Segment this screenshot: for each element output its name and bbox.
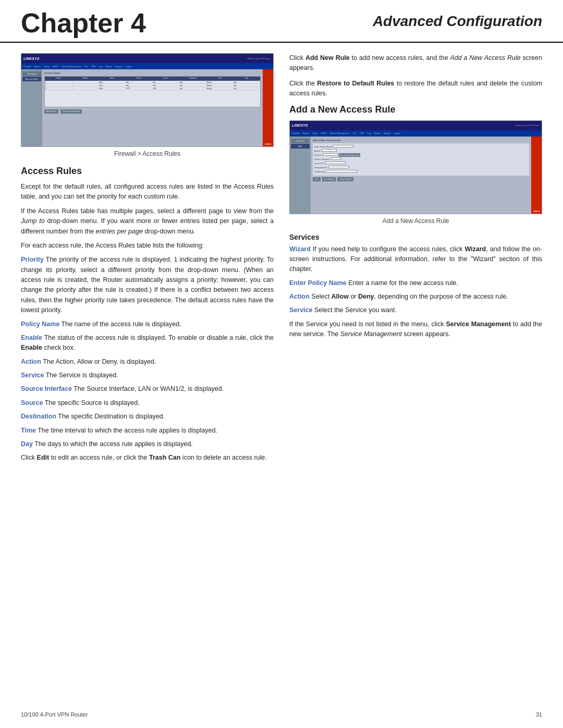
service-service: Service Select the Service you want. [289, 305, 542, 315]
page-footer: 10/100 4-Port VPN Router 31 [21, 711, 542, 718]
services-heading: Services [289, 233, 542, 241]
page-header: Chapter 4 Advanced Configuration [0, 0, 563, 43]
term-source-interface: Source Interface The Source Interface, L… [21, 384, 274, 394]
access-rules-heading: Access Rules [21, 166, 274, 177]
content-area: LINKSYS 10/100 4-port VPN Router Firewal… [0, 53, 563, 467]
access-rules-para2: If the Access Rules table has multiple p… [21, 206, 274, 237]
term-enable: Enable The status of the access rule is … [21, 333, 274, 353]
footer-right: 31 [536, 711, 542, 718]
access-rules-para3: For each access rule, the Access Rules t… [21, 241, 274, 251]
firewall-screenshot: LINKSYS 10/100 4-port VPN Router Firewal… [21, 53, 274, 147]
term-priority: Priority The priority of the access rule… [21, 255, 274, 315]
service-action: Action Select Allow or Deny, depending o… [289, 292, 542, 302]
intro-text1: Click Add New Rule to add new access rul… [289, 53, 542, 73]
term-time: Time The time interval to which the acce… [21, 426, 274, 436]
section-title: Advanced Configuration [373, 9, 542, 30]
term-action: Action The Action, Allow or Deny, is dis… [21, 357, 274, 367]
service-management-text: If the Service you need is not listed in… [289, 319, 542, 340]
service-wizard: Wizard If you need help to configure the… [289, 244, 542, 275]
access-rules-para1: Except for the default rules, all config… [21, 182, 274, 202]
term-destination: Destination The specific Destination is … [21, 412, 274, 422]
screenshot2-caption: Add a New Access Rule [289, 217, 542, 225]
service-enter-policy: Enter Policy Name Enter a name for the n… [289, 278, 542, 288]
add-rule-heading: Add a New Access Rule [289, 104, 542, 115]
edit-text: Click Edit to edit an access rule, or cl… [21, 453, 274, 463]
chapter-title: Chapter 4 [21, 9, 146, 36]
screenshot1-caption: Firewall > Access Rules [21, 150, 274, 157]
term-source: Source The specific Source is displayed. [21, 398, 274, 408]
add-rule-screenshot: LINKSYS 10/100 4-port VPN Router Firewal… [289, 120, 542, 214]
footer-left: 10/100 4-Port VPN Router [21, 711, 88, 718]
right-column: Click Add New Rule to add new access rul… [289, 53, 542, 467]
intro-text2: Click the Restore to Default Rules to re… [289, 79, 542, 99]
term-day: Day The days to which the access rule ap… [21, 439, 274, 449]
term-service: Service The Service is displayed. [21, 371, 274, 380]
term-policy-name: Policy Name The name of the access rule … [21, 319, 274, 329]
left-column: LINKSYS 10/100 4-port VPN Router Firewal… [21, 53, 274, 467]
